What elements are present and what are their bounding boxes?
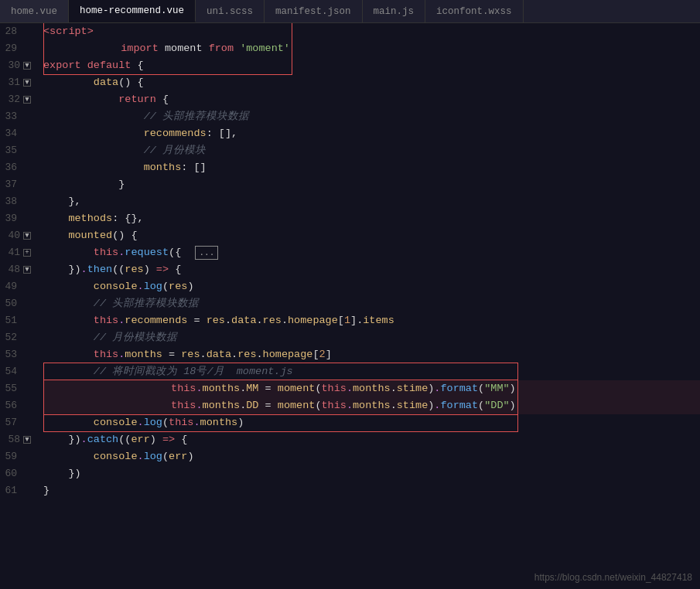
fold-40[interactable]: ▼ [23, 232, 31, 240]
line-48: 48 ▼ [3, 261, 31, 278]
line-41: 41 + [3, 244, 31, 261]
line-31: 31 ▼ [3, 74, 31, 91]
tab-bar: home.vue home-recommend.vue uni.scss man… [0, 0, 700, 23]
tab-uni-scss[interactable]: uni.scss [196, 0, 265, 22]
code-line-32: return { [43, 91, 700, 108]
line-55: 55 [3, 380, 31, 397]
line-29: 29 [3, 40, 31, 57]
fold-31[interactable]: ▼ [23, 79, 31, 87]
code-line-37: } [43, 176, 700, 193]
code-line-38: }, [43, 193, 700, 210]
code-line-41: this.request({ ... [43, 244, 700, 261]
code-line-39: methods: {}, [43, 210, 700, 227]
line-32: 32 ▼ [3, 91, 31, 108]
line-51: 51 [3, 312, 31, 329]
code-line-30: export default { [43, 57, 700, 74]
code-container: 28 29 30 ▼ 31 ▼ 32 ▼ [0, 23, 700, 589]
line-57: 57 [3, 414, 31, 431]
line-49: 49 [3, 278, 31, 295]
line-28: 28 [3, 23, 31, 40]
code-line-34: recommends: [], [43, 125, 700, 142]
tab-main-js[interactable]: main.js [363, 0, 426, 22]
code-line-31: data() { [43, 74, 700, 91]
fold-30[interactable]: ▼ [23, 62, 31, 70]
code-line-52: // 月份模块数据 [43, 329, 700, 346]
code-line-36: months: [] [43, 159, 700, 176]
code-line-61: } [43, 482, 700, 499]
code-line-49: console.log(res) [43, 278, 700, 295]
code-line-51: this.recommends = res.data.res.homepage[… [43, 312, 700, 329]
line-40: 40 ▼ [3, 227, 31, 244]
fold-58[interactable]: ▼ [23, 436, 31, 444]
code-line-33: // 头部推荐模块数据 [43, 108, 700, 125]
code-line-40: mounted() { [43, 227, 700, 244]
line-30: 30 ▼ [3, 57, 31, 74]
code-line-56: this.months.DD = moment(this.months.stim… [43, 397, 700, 414]
line-54: 54 [3, 363, 31, 380]
line-33: 33 [3, 108, 31, 125]
editor: 28 29 30 ▼ 31 ▼ 32 ▼ [0, 23, 700, 589]
line-60: 60 [3, 465, 31, 482]
fold-48[interactable]: ▼ [23, 266, 31, 274]
tab-iconfont-wxss[interactable]: iconfont.wxss [425, 0, 524, 22]
code-line-29: import moment from 'moment' [43, 40, 700, 57]
line-numbers: 28 29 30 ▼ 31 ▼ 32 ▼ [0, 23, 37, 589]
line-61: 61 [3, 482, 31, 499]
line-38: 38 [3, 193, 31, 210]
line-52: 52 [3, 329, 31, 346]
tab-home-recommend-vue[interactable]: home-recommend.vue [69, 0, 196, 22]
line-34: 34 [3, 125, 31, 142]
code-line-57: console.log(this.months) [43, 414, 700, 431]
code-line-53: this.months = res.data.res.homepage[2] [43, 346, 700, 363]
fold-41[interactable]: + [23, 249, 31, 257]
code-line-60: }) [43, 465, 700, 482]
code-line-58: }).catch((err) => { [43, 431, 700, 448]
line-59: 59 [3, 448, 31, 465]
fold-32[interactable]: ▼ [23, 96, 31, 104]
code-line-59: console.log(err) [43, 448, 700, 465]
line-53: 53 [3, 346, 31, 363]
watermark: https://blog.csdn.net/weixin_44827418 [534, 572, 692, 583]
line-58: 58 ▼ [3, 431, 31, 448]
line-36: 36 [3, 159, 31, 176]
code-line-50: // 头部推荐模块数据 [43, 295, 700, 312]
app: home.vue home-recommend.vue uni.scss man… [0, 0, 700, 589]
code-line-48: }).then((res) => { [43, 261, 700, 278]
line-35: 35 [3, 142, 31, 159]
tab-home-vue[interactable]: home.vue [0, 0, 69, 22]
line-56: 56 [3, 397, 31, 414]
line-37: 37 [3, 176, 31, 193]
line-50: 50 [3, 295, 31, 312]
tab-manifest-json[interactable]: manifest.json [265, 0, 363, 22]
code-area: <script> import moment from 'moment' exp… [37, 23, 700, 589]
code-line-35: // 月份模块 [43, 142, 700, 159]
line-39: 39 [3, 210, 31, 227]
